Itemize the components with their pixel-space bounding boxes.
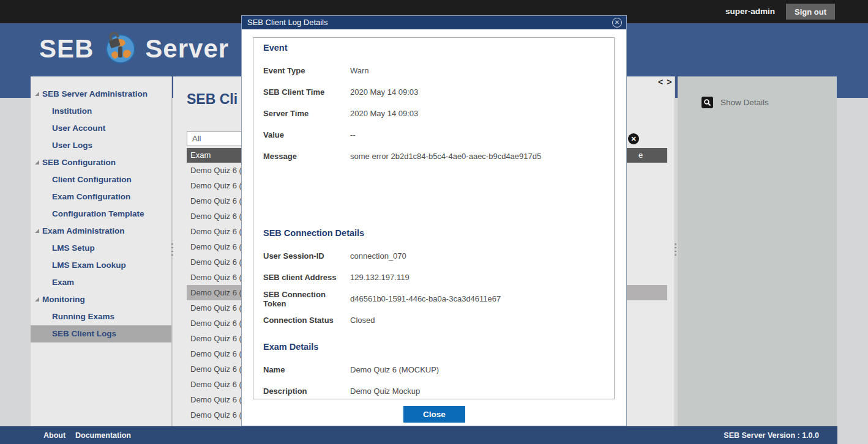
sidebar-item-client-configuration[interactable]: Client Configuration bbox=[31, 171, 171, 188]
documentation-link[interactable]: Documentation bbox=[75, 431, 131, 440]
footer-bar: About Documentation SEB Server Version :… bbox=[0, 426, 837, 444]
sidebar-item-configuration-template[interactable]: Configuration Template bbox=[31, 205, 171, 223]
field-value: some error 2b2d1c84-b5c4-4ae0-aaec-b9cd4… bbox=[350, 152, 541, 161]
sidebar-label: Client Configuration bbox=[52, 175, 132, 184]
field-value: 2020 May 14 09:03 bbox=[350, 109, 418, 118]
sidebar-sash-handle[interactable] bbox=[171, 243, 173, 258]
field-row-seb-client-address: SEB client Address129.132.197.119 bbox=[263, 267, 604, 288]
tree-expand-icon[interactable] bbox=[35, 297, 39, 302]
sidebar-section-seb-server-administration[interactable]: SEB Server Administration bbox=[31, 86, 171, 103]
tree-expand-icon[interactable] bbox=[35, 160, 39, 165]
magnifier-icon bbox=[702, 97, 713, 108]
field-row-seb-connection-token: SEB Connection Tokend46561b0-1591-446c-b… bbox=[263, 288, 604, 309]
field-row-name: NameDemo Quiz 6 (MOCKUP) bbox=[263, 359, 604, 380]
field-value: Demo Quiz 6 (MOCKUP) bbox=[350, 365, 439, 374]
show-details-label: Show Details bbox=[720, 98, 769, 107]
show-details-action[interactable]: Show Details bbox=[702, 97, 769, 108]
sidebar-item-lms-exam-lookup[interactable]: LMS Exam Lookup bbox=[31, 257, 171, 274]
dialog-close-icon[interactable]: ✕ bbox=[612, 18, 622, 28]
sidebar-label: LMS Exam Lookup bbox=[52, 261, 126, 270]
tree-expand-icon[interactable] bbox=[35, 229, 39, 233]
sidebar-label: SEB Server Administration bbox=[42, 89, 148, 98]
sidebar-item-user-logs[interactable]: User Logs bbox=[31, 137, 171, 154]
expand-right-icon[interactable]: > bbox=[667, 77, 675, 87]
field-row-value: Value-- bbox=[263, 124, 604, 146]
server-version-label: SEB Server Version : 1.0.0 bbox=[724, 431, 819, 440]
section-heading: Event bbox=[263, 43, 604, 55]
sidebar-item-running-exams[interactable]: Running Exams bbox=[31, 308, 171, 325]
column-header-exam[interactable]: Exam bbox=[190, 148, 211, 163]
globe-lock-icon bbox=[102, 32, 137, 66]
sidebar-nav: SEB Server AdministrationInstitutionUser… bbox=[31, 76, 172, 426]
field-label: Connection Status bbox=[263, 316, 350, 325]
log-details-dialog: SEB Client Log Details ✕ EventEvent Type… bbox=[241, 15, 627, 426]
field-value: connection_070 bbox=[350, 251, 406, 261]
sidebar-item-user-account[interactable]: User Account bbox=[31, 120, 171, 137]
dialog-content-box: EventEvent TypeWarnSEB Client Time2020 M… bbox=[253, 37, 615, 399]
sidebar-section-monitoring[interactable]: Monitoring bbox=[31, 291, 171, 308]
field-row-server-time: Server Time2020 May 14 09:03 bbox=[263, 103, 604, 124]
field-label: SEB client Address bbox=[263, 273, 350, 282]
sidebar-label: LMS Setup bbox=[52, 243, 95, 253]
column-header-fragment[interactable]: e bbox=[638, 148, 643, 163]
field-row-seb-client-time: SEB Client Time2020 May 14 09:03 bbox=[263, 81, 604, 103]
field-value: 129.132.197.119 bbox=[350, 273, 410, 282]
clear-filter-icon[interactable]: ✕ bbox=[628, 133, 639, 144]
sidebar-section-seb-configuration[interactable]: SEB Configuration bbox=[31, 154, 171, 171]
collapse-left-icon[interactable]: < bbox=[658, 77, 667, 87]
tree-expand-icon[interactable] bbox=[35, 92, 39, 96]
field-label: Value bbox=[263, 130, 350, 139]
page-title: SEB Cli bbox=[187, 91, 238, 108]
sidebar-item-institution[interactable]: Institution bbox=[31, 103, 171, 120]
field-value: d46561b0-1591-446c-ba0a-3ca3d4611e67 bbox=[350, 294, 501, 303]
sidebar-label: SEB Client Logs bbox=[52, 329, 116, 338]
sidebar-label: Exam bbox=[52, 278, 74, 287]
logo-text-seb: SEB bbox=[39, 34, 94, 64]
field-row-user-session-id: User Session-IDconnection_070 bbox=[263, 245, 604, 267]
sidebar-label: Monitoring bbox=[42, 295, 85, 304]
about-link[interactable]: About bbox=[43, 431, 65, 440]
dialog-section-event: EventEvent TypeWarnSEB Client Time2020 M… bbox=[263, 43, 604, 167]
field-label: Server Time bbox=[263, 109, 350, 118]
field-value: Demo Quiz Mockup bbox=[350, 387, 420, 396]
sidebar-label: SEB Configuration bbox=[42, 158, 116, 167]
field-row-connection-status: Connection StatusClosed bbox=[263, 309, 604, 331]
field-label: Description bbox=[263, 387, 350, 396]
field-row-description: DescriptionDemo Quiz Mockup bbox=[263, 380, 604, 399]
app-window: super-admin Sign out SEB Server SEB Serv… bbox=[0, 0, 868, 444]
sidebar-label: Exam Administration bbox=[42, 226, 125, 235]
field-label: Name bbox=[263, 365, 350, 374]
section-heading: Exam Details bbox=[263, 342, 604, 354]
field-value: Closed bbox=[350, 316, 375, 325]
sidebar-section-exam-administration[interactable]: Exam Administration bbox=[31, 223, 171, 240]
field-label: Event Type bbox=[263, 66, 350, 75]
sidebar-item-lms-setup[interactable]: LMS Setup bbox=[31, 240, 171, 257]
field-label: SEB Connection Token bbox=[263, 290, 350, 308]
section-heading: SEB Connection Details bbox=[263, 228, 604, 240]
logo-text-server: Server bbox=[145, 34, 229, 64]
sign-out-button[interactable]: Sign out bbox=[786, 4, 835, 20]
field-row-message: Messagesome error 2b2d1c84-b5c4-4ae0-aae… bbox=[263, 146, 604, 167]
sidebar-label: Running Exams bbox=[52, 312, 114, 321]
action-panel: Show Details bbox=[678, 76, 837, 426]
close-button[interactable]: Close bbox=[403, 406, 465, 423]
content-sash-handle[interactable] bbox=[675, 243, 676, 258]
sidebar-label: Exam Configuration bbox=[52, 192, 130, 201]
sidebar-label: Configuration Template bbox=[52, 209, 144, 218]
field-row-event-type: Event TypeWarn bbox=[263, 60, 604, 81]
panel-collapse-expand-icons[interactable]: <> bbox=[658, 77, 675, 87]
dialog-section-exam-details: Exam DetailsNameDemo Quiz 6 (MOCKUP)Desc… bbox=[263, 342, 604, 399]
sidebar-item-seb-client-logs[interactable]: SEB Client Logs bbox=[31, 325, 171, 342]
sidebar-item-exam[interactable]: Exam bbox=[31, 274, 171, 291]
sidebar-label: Institution bbox=[52, 106, 92, 116]
field-value: 2020 May 14 09:03 bbox=[350, 87, 418, 97]
dialog-section-seb-connection-details: SEB Connection DetailsUser Session-IDcon… bbox=[263, 228, 604, 331]
field-value: Warn bbox=[350, 66, 369, 75]
field-label: SEB Client Time bbox=[263, 87, 350, 97]
dialog-title: SEB Client Log Details bbox=[247, 16, 328, 29]
field-label: Message bbox=[263, 152, 350, 161]
sidebar-item-exam-configuration[interactable]: Exam Configuration bbox=[31, 188, 171, 205]
sidebar-label: User Account bbox=[52, 124, 105, 133]
dialog-titlebar[interactable]: SEB Client Log Details ✕ bbox=[242, 16, 626, 29]
field-label: User Session-ID bbox=[263, 251, 350, 261]
